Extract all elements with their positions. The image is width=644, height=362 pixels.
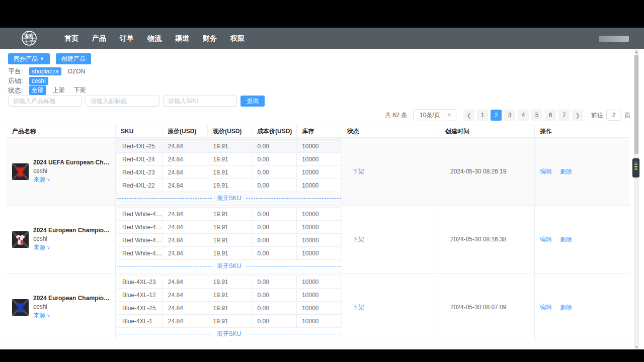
source-link[interactable]: 来源 ∨ bbox=[33, 311, 50, 320]
page-button-1[interactable]: 1 bbox=[477, 110, 488, 121]
goto-page: 前往 页 bbox=[591, 110, 630, 121]
expand-sku-control[interactable]: 展开SKU bbox=[117, 193, 341, 203]
sku-cost-price: 0.00 bbox=[252, 166, 297, 179]
sku-name: Red White-4XL... bbox=[117, 234, 163, 247]
header-cur-price: 现价(USD) bbox=[208, 125, 252, 137]
sku-name: Blue-4XL-23 bbox=[117, 276, 163, 289]
sku-row: Blue-4XL-23 24.84 19.91 0.00 10000 bbox=[117, 276, 341, 289]
sku-cost-price: 0.00 bbox=[252, 208, 297, 221]
status-cell: 下架 bbox=[342, 138, 440, 205]
delete-link[interactable]: 删除 bbox=[560, 303, 572, 312]
shop-filter-row: 店铺: ceshi bbox=[8, 76, 48, 85]
sku-list-cell: Red White-4XL... 24.84 19.91 0.00 10000 … bbox=[116, 206, 342, 273]
sku-cost-price: 0.00 bbox=[252, 221, 297, 234]
product-title-input[interactable] bbox=[8, 96, 82, 107]
subtitle-input[interactable] bbox=[86, 96, 159, 107]
create-product-button[interactable]: 创建产品 bbox=[56, 53, 91, 64]
source-link[interactable]: 来源 ∨ bbox=[33, 175, 50, 184]
header-actions: 操作 bbox=[535, 125, 629, 137]
delete-link[interactable]: 删除 bbox=[560, 235, 572, 244]
sku-name: Blue-4XL-25 bbox=[117, 302, 163, 315]
page-size-value: 10条/页 bbox=[420, 111, 440, 120]
goto-page-input[interactable] bbox=[606, 110, 621, 121]
sku-cur-price: 19.91 bbox=[208, 140, 252, 153]
page-button-3[interactable]: 3 bbox=[504, 110, 515, 121]
brand-logo[interactable]: 海客 HAIKE bbox=[19, 29, 39, 48]
sku-orig-price: 24.84 bbox=[163, 179, 208, 192]
sku-cur-price: 19.91 bbox=[208, 302, 252, 315]
edit-link[interactable]: 编辑 bbox=[540, 167, 552, 176]
nav-item-products[interactable]: 产品 bbox=[89, 28, 109, 49]
created-time: 2024-05-30 08:07:09 bbox=[450, 304, 506, 311]
sku-stock: 10000 bbox=[297, 234, 341, 247]
edit-link[interactable]: 编辑 bbox=[540, 235, 552, 244]
delete-link[interactable]: 删除 bbox=[560, 167, 572, 176]
status-option-on-shelf[interactable]: 上架 bbox=[50, 85, 67, 95]
status-link-off-shelf[interactable]: 下架 bbox=[352, 167, 364, 176]
sku-cur-price: 19.91 bbox=[208, 153, 252, 166]
dotted-divider bbox=[246, 334, 341, 334]
nav-item-channels[interactable]: 渠道 bbox=[172, 28, 192, 49]
user-account-redacted[interactable] bbox=[599, 36, 629, 42]
spu-input[interactable] bbox=[163, 96, 237, 107]
page-button-6[interactable]: 6 bbox=[545, 110, 556, 121]
nav-item-orders[interactable]: 订单 bbox=[117, 28, 137, 49]
sku-orig-price: 24.84 bbox=[163, 302, 208, 315]
scrollbar-marker-widget bbox=[632, 158, 639, 177]
product-title: 2024 European Championship Cr... bbox=[33, 295, 111, 302]
expand-sku-control[interactable]: 展开SKU bbox=[117, 329, 341, 339]
page-button-7[interactable]: 7 bbox=[558, 110, 570, 121]
nav-item-home[interactable]: 首页 bbox=[61, 28, 82, 49]
status-option-off-shelf[interactable]: 下架 bbox=[71, 85, 89, 95]
expand-sku-control[interactable]: 展开SKU bbox=[117, 261, 341, 271]
product-shop: ceshi bbox=[33, 235, 111, 242]
chevron-down-icon: ∨ bbox=[47, 177, 50, 182]
sku-table: Red-4XL-25 24.84 19.91 0.00 10000 Red-4X… bbox=[117, 139, 341, 192]
vertical-scrollbar[interactable]: ▲ ▼ bbox=[634, 49, 639, 349]
prev-page-button[interactable]: ❮ bbox=[463, 110, 474, 121]
header-product-name: 产品名称 bbox=[7, 125, 116, 137]
status-cell: 下架 bbox=[342, 206, 440, 273]
sku-stock: 10000 bbox=[297, 276, 341, 289]
product-info: 2024 European Championship Cr... ceshi 来… bbox=[33, 227, 111, 252]
sku-cur-price: 19.91 bbox=[208, 276, 252, 289]
sku-stock: 10000 bbox=[297, 302, 341, 315]
sku-orig-price: 24.84 bbox=[163, 153, 208, 166]
sync-products-button[interactable]: 同步产品 ▼ bbox=[8, 53, 50, 64]
scroll-up-arrow-icon[interactable]: ▲ bbox=[634, 49, 639, 54]
sku-name: Red-4XL-25 bbox=[117, 140, 163, 153]
page-size-select[interactable]: 10条/页 ▼ bbox=[413, 109, 456, 121]
platform-option-shoplazza[interactable]: shoplazza bbox=[29, 67, 61, 75]
source-link[interactable]: 来源 ∨ bbox=[33, 243, 50, 252]
page-button-4[interactable]: 4 bbox=[518, 110, 529, 121]
page-button-2-active[interactable]: 2 bbox=[491, 110, 502, 121]
nav-item-logistics[interactable]: 物流 bbox=[144, 28, 165, 49]
page-button-5[interactable]: 5 bbox=[531, 110, 542, 121]
status-link-off-shelf[interactable]: 下架 bbox=[352, 303, 364, 312]
sku-row: Red-4XL-23 24.84 19.91 0.00 10000 bbox=[117, 166, 341, 179]
edit-link[interactable]: 编辑 bbox=[540, 303, 552, 312]
nav-item-finance[interactable]: 财务 bbox=[200, 28, 220, 49]
sku-stock: 10000 bbox=[297, 140, 341, 153]
scroll-down-arrow-icon[interactable]: ▼ bbox=[634, 344, 639, 349]
scrollbar-thumb[interactable] bbox=[634, 55, 638, 154]
sku-stock: 10000 bbox=[297, 179, 341, 192]
platform-option-ozon[interactable]: OZON bbox=[65, 67, 88, 75]
nav-item-permissions[interactable]: 权限 bbox=[227, 28, 248, 49]
sku-row: Red-4XL-22 24.84 19.91 0.00 10000 bbox=[117, 179, 341, 192]
status-option-all[interactable]: 全部 bbox=[29, 85, 46, 95]
shop-option-ceshi[interactable]: ceshi bbox=[29, 77, 48, 85]
next-page-button[interactable]: ❯ bbox=[572, 110, 583, 121]
chevron-down-icon: ▼ bbox=[447, 113, 452, 118]
actions-cell: 编辑 删除 bbox=[535, 274, 629, 341]
sku-stock: 10000 bbox=[297, 289, 341, 302]
letterbox-bottom bbox=[0, 349, 644, 362]
status-cell: 下架 bbox=[342, 274, 440, 341]
product-shop: ceshi bbox=[33, 167, 111, 174]
sku-cost-price: 0.00 bbox=[252, 315, 297, 328]
total-count: 共 62 条 bbox=[385, 111, 407, 120]
status-link-off-shelf[interactable]: 下架 bbox=[352, 235, 364, 244]
table-row: 2024 UEFA European Champions... ceshi 来源… bbox=[7, 138, 629, 206]
chevron-right-icon: ❯ bbox=[575, 112, 580, 119]
query-button[interactable]: 查询 bbox=[240, 96, 265, 107]
